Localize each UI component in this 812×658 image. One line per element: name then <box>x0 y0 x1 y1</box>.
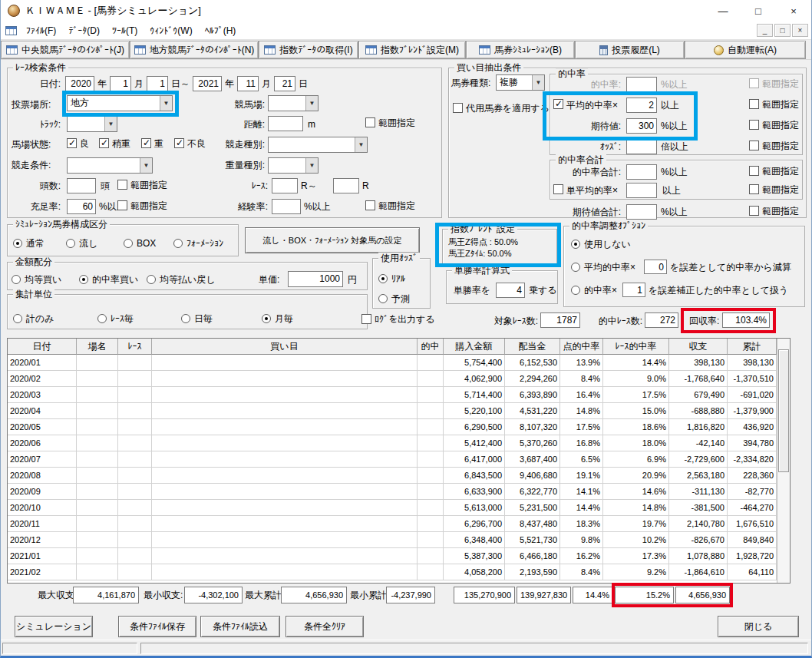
save-conditions-button[interactable]: 条件ﾌｧｲﾙ保存 <box>118 616 196 637</box>
agg-per-race-radio[interactable] <box>97 314 107 323</box>
table-row[interactable]: 2020/065,412,4005,370,26016.8%18.0%-42,1… <box>8 435 790 451</box>
adjust-correct-field[interactable]: 1 <box>622 283 645 297</box>
course-combobox[interactable]: ▼ <box>268 95 319 111</box>
dropdown-arrow-icon[interactable]: ▼ <box>104 117 117 131</box>
dropdown-arrow-icon[interactable]: ▼ <box>532 75 544 90</box>
baba-slightly-heavy-checkbox[interactable] <box>99 138 109 148</box>
comp-normal-radio[interactable] <box>13 239 22 248</box>
avg-range-checkbox[interactable] <box>749 99 759 109</box>
menu-item[interactable]: ﾍﾙﾌﾟ(H) <box>199 23 243 38</box>
mdi-system-icon[interactable] <box>5 26 17 35</box>
toolbar-button[interactable]: 指数ﾌﾞﾚﾝﾄﾞ設定(M) <box>358 41 466 59</box>
date-to-year-field[interactable]: 2021 <box>193 76 222 91</box>
menu-item[interactable]: ﾂｰﾙ(T) <box>106 23 144 38</box>
expected-value-field[interactable]: 300 <box>626 118 657 134</box>
menu-item[interactable]: ｳｨﾝﾄﾞｳ(W) <box>144 23 198 38</box>
hit-rate-field[interactable] <box>626 77 657 92</box>
single-avg-range-checkbox[interactable] <box>749 184 759 194</box>
odds-real-radio[interactable] <box>378 274 388 283</box>
toolbar-button[interactable]: 投票履歴(L) <box>575 41 685 59</box>
distance-range-checkbox[interactable] <box>365 117 375 127</box>
adjust-correct-radio[interactable] <box>571 286 580 295</box>
close-button[interactable]: × <box>776 0 811 21</box>
odds-range-checkbox[interactable] <box>749 141 759 150</box>
single-avg-checkbox[interactable] <box>553 184 563 194</box>
table-row[interactable]: 2020/015,754,4006,152,53013.9%14.4%398,1… <box>8 355 790 371</box>
mdi-minimize-button[interactable]: _ <box>757 24 773 37</box>
table-row[interactable]: 2020/035,714,4006,393,89016.4%17.5%679,4… <box>8 387 790 403</box>
heads-range-checkbox[interactable] <box>117 180 127 190</box>
fill-rate-field[interactable]: 60 <box>67 199 96 214</box>
table-row[interactable]: 2020/116,296,7008,437,48018.3%19.7%2,140… <box>8 516 790 532</box>
adjust-subtract-radio[interactable] <box>571 263 580 272</box>
table-scrollbar[interactable] <box>777 339 790 583</box>
date-to-month-field[interactable]: 11 <box>237 76 259 91</box>
table-header-cell[interactable]: 買い目 <box>152 339 418 355</box>
adjust-none-radio[interactable] <box>571 240 580 249</box>
substitute-ticket-checkbox[interactable] <box>453 103 463 113</box>
table-header-cell[interactable]: ﾚｰｽ <box>118 339 152 355</box>
comp-box-radio[interactable] <box>124 239 133 248</box>
condition-combobox[interactable]: ▼ <box>67 157 153 174</box>
mdi-restore-button[interactable]: □ <box>774 24 791 37</box>
avg-hit-rate-field[interactable]: 2 <box>626 98 657 113</box>
toolbar-button[interactable]: 自動運転(A) <box>685 41 806 59</box>
hit-rate-total-field[interactable] <box>626 164 657 180</box>
experience-field[interactable] <box>272 199 301 214</box>
win-calc-power-field[interactable]: 4 <box>496 283 525 298</box>
agg-total-only-radio[interactable] <box>13 314 22 323</box>
hit-rate-range-checkbox[interactable] <box>749 78 759 88</box>
heads-field[interactable] <box>67 178 96 193</box>
date-to-day-field[interactable]: 21 <box>274 76 295 91</box>
menu-item[interactable]: ﾃﾞｰﾀ(D) <box>62 23 106 38</box>
load-conditions-button[interactable]: 条件ﾌｧｲﾙ読込 <box>200 616 280 637</box>
toolbar-button[interactable]: 馬券ｼﾐｭﾚｰｼｮﾝ(B) <box>466 41 575 59</box>
track-combobox[interactable]: ▼ <box>67 116 117 132</box>
avg-hit-rate-checkbox[interactable] <box>553 99 563 109</box>
minimize-button[interactable]: — <box>705 0 741 21</box>
target-horse-settings-button[interactable]: 流し・BOX・ﾌｫｰﾒｰｼｮﾝ 対象馬の設定 <box>245 227 420 253</box>
table-row[interactable]: 2020/056,290,5008,107,32017.5%18.6%1,816… <box>8 419 790 435</box>
expected-total-range-checkbox[interactable] <box>749 206 759 216</box>
log-output-checkbox[interactable] <box>361 314 371 324</box>
race-from-field[interactable] <box>272 178 298 193</box>
table-header-cell[interactable]: 日付 <box>8 339 77 355</box>
menu-item[interactable]: ﾌｧｲﾙ(F) <box>20 23 62 38</box>
table-row[interactable]: 2020/105,613,0005,231,50014.4%14.8%-381,… <box>8 500 790 516</box>
ticket-type-combobox[interactable]: 複勝 ▼ <box>496 74 545 91</box>
table-header-cell[interactable]: ﾚｰｽ的中率 <box>603 339 669 355</box>
table-header-cell[interactable]: 購入金額 <box>444 339 505 355</box>
race-to-field[interactable] <box>333 178 359 193</box>
dropdown-arrow-icon[interactable]: ▼ <box>160 96 172 111</box>
table-row[interactable]: 2020/024,062,9002,294,2608.4%9.0%-1,768,… <box>8 371 790 387</box>
amount-hitrate-radio[interactable] <box>79 275 88 284</box>
baba-heavy-checkbox[interactable] <box>141 138 151 148</box>
table-row[interactable]: 2021/024,058,2002,193,5908.4%9.2%-1,864,… <box>8 564 790 580</box>
toolbar-button[interactable]: 中央競馬ﾃﾞｰﾀのｲﾝﾎﾟｰﾄ(J) <box>1 41 130 59</box>
close-dialog-button[interactable]: 閉じる <box>718 616 799 637</box>
table-row[interactable]: 2020/086,843,5009,406,68019.1%20.9%2,563… <box>8 468 790 484</box>
baba-bad-checkbox[interactable] <box>174 138 184 148</box>
table-row[interactable]: 2020/126,348,4005,521,7309.8%10.2%-826,6… <box>8 532 790 548</box>
maximize-button[interactable]: □ <box>741 0 776 21</box>
experience-range-checkbox[interactable] <box>365 200 375 210</box>
single-avg-field[interactable] <box>626 183 657 198</box>
clear-conditions-button[interactable]: 条件全ｸﾘｱ <box>286 616 364 637</box>
table-header-cell[interactable]: 累計 <box>728 339 777 355</box>
amount-equal-radio[interactable] <box>12 275 21 284</box>
place-combobox[interactable]: 地方 ▼ <box>67 95 173 111</box>
odds-predict-radio[interactable] <box>378 294 388 303</box>
odds-field[interactable] <box>626 139 657 154</box>
agg-per-day-radio[interactable] <box>181 314 190 323</box>
comp-nagashi-radio[interactable] <box>66 239 75 248</box>
table-row[interactable]: 2020/076,417,0003,687,4006.5%6.9%-2,729,… <box>8 451 790 468</box>
table-row[interactable]: 2020/045,220,1004,531,22014.8%15.0%-688,… <box>8 403 790 419</box>
expected-range-checkbox[interactable] <box>749 120 759 130</box>
dropdown-arrow-icon[interactable]: ▼ <box>305 96 318 111</box>
comp-formation-radio[interactable] <box>173 239 183 248</box>
unit-price-field[interactable]: 1000 <box>288 271 343 287</box>
adjust-subtract-field[interactable]: 0 <box>644 260 667 274</box>
date-from-day-field[interactable]: 1 <box>147 76 168 91</box>
dropdown-arrow-icon[interactable]: ▼ <box>355 137 367 152</box>
table-header-cell[interactable]: 場名 <box>77 339 118 355</box>
